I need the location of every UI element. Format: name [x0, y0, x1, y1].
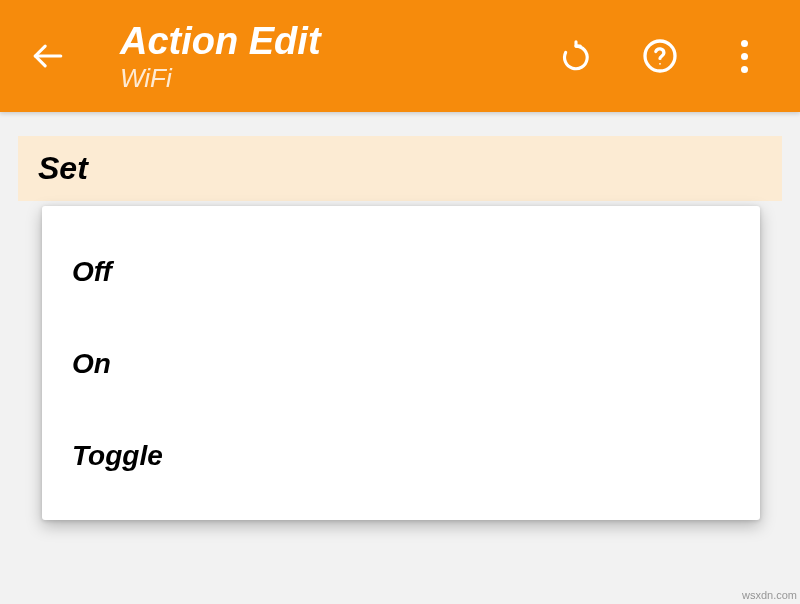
content-area: Set	[0, 112, 800, 201]
back-button[interactable]	[24, 32, 72, 80]
header-actions	[552, 32, 768, 80]
menu-item-off[interactable]: Off	[42, 226, 760, 318]
watermark: wsxdn.com	[742, 589, 797, 601]
help-icon	[642, 38, 678, 74]
page-subtitle: WiFi	[120, 64, 552, 93]
svg-point-2	[659, 63, 661, 65]
title-block: Action Edit WiFi	[120, 20, 552, 92]
undo-button[interactable]	[552, 32, 600, 80]
menu-item-on[interactable]: On	[42, 318, 760, 410]
set-options-menu: Off On Toggle	[42, 206, 760, 520]
section-header-set: Set	[18, 136, 782, 201]
help-button[interactable]	[636, 32, 684, 80]
overflow-menu-button[interactable]	[720, 32, 768, 80]
menu-item-toggle[interactable]: Toggle	[42, 410, 760, 502]
back-arrow-icon	[31, 39, 65, 73]
overflow-icon	[741, 40, 748, 73]
app-header: Action Edit WiFi	[0, 0, 800, 112]
undo-icon	[559, 39, 593, 73]
page-title: Action Edit	[120, 20, 552, 64]
